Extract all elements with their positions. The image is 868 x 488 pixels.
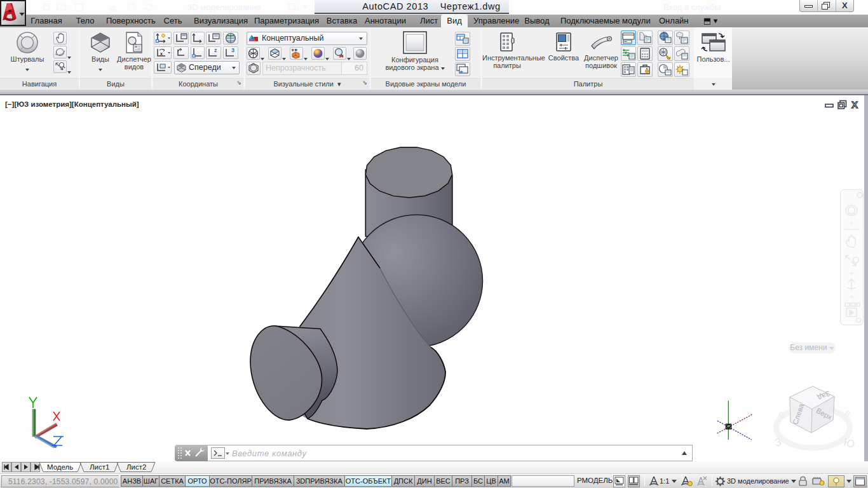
- svg-text:Лист2: Лист2: [126, 463, 146, 471]
- svg-text:3: 3: [231, 47, 234, 53]
- svg-text:z: z: [214, 47, 217, 53]
- svg-text:Ю: Ю: [843, 436, 856, 451]
- svg-text:1:1: 1:1: [660, 477, 669, 485]
- svg-text:Лист1: Лист1: [90, 463, 109, 471]
- svg-text:X: X: [851, 99, 858, 110]
- svg-text:x: x: [160, 51, 163, 56]
- svg-text:Модель: Модель: [47, 463, 73, 471]
